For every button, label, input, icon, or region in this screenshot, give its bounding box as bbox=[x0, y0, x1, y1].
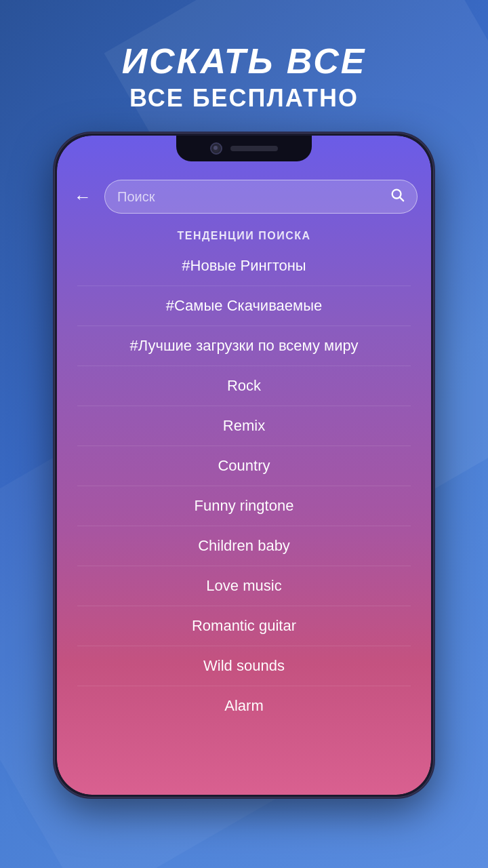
search-list-item[interactable]: Rock bbox=[77, 366, 411, 406]
search-list-item[interactable]: #Лучшие загрузки по всему миру bbox=[77, 326, 411, 366]
search-list-item[interactable]: Wild sounds bbox=[77, 646, 411, 686]
search-list-item[interactable]: Remix bbox=[77, 406, 411, 446]
search-list: #Новые Рингтоны#Самые Скачиваемые#Лучшие… bbox=[57, 246, 431, 726]
phone-screen: ← Поиск ТЕНДЕНЦИИ ПОИСКА bbox=[57, 136, 431, 795]
phone-outer: ← Поиск ТЕНДЕНЦИИ ПОИСКА bbox=[54, 133, 434, 797]
search-list-item[interactable]: Funny ringtone bbox=[77, 486, 411, 526]
header-title: ИСКАТЬ ВСЕ bbox=[122, 41, 367, 81]
phone-inner: ← Поиск ТЕНДЕНЦИИ ПОИСКА bbox=[57, 136, 431, 795]
speaker bbox=[230, 146, 278, 151]
search-list-item[interactable]: Children baby bbox=[77, 526, 411, 566]
search-placeholder: Поиск bbox=[117, 189, 383, 205]
search-list-item[interactable]: Love music bbox=[77, 566, 411, 606]
front-camera bbox=[210, 142, 222, 155]
header-section: ИСКАТЬ ВСЕ ВСЕ БЕСПЛАТНО bbox=[122, 41, 367, 113]
svg-line-1 bbox=[400, 197, 403, 201]
trends-label: ТЕНДЕНЦИИ ПОИСКА bbox=[57, 230, 431, 242]
back-arrow-icon: ← bbox=[74, 188, 92, 205]
back-button[interactable]: ← bbox=[70, 184, 95, 209]
search-icon[interactable] bbox=[390, 187, 405, 206]
phone-frame: ← Поиск ТЕНДЕНЦИИ ПОИСКА bbox=[54, 133, 434, 797]
search-list-item[interactable]: Alarm bbox=[77, 686, 411, 726]
search-area: ← Поиск bbox=[57, 173, 431, 220]
search-list-item[interactable]: Country bbox=[77, 446, 411, 486]
search-list-item[interactable]: Romantic guitar bbox=[77, 606, 411, 646]
header-subtitle: ВСЕ БЕСПЛАТНО bbox=[122, 84, 367, 113]
search-list-item[interactable]: #Новые Рингтоны bbox=[77, 246, 411, 286]
phone-notch bbox=[176, 136, 312, 161]
search-list-item[interactable]: #Самые Скачиваемые bbox=[77, 286, 411, 326]
search-bar[interactable]: Поиск bbox=[104, 180, 418, 214]
